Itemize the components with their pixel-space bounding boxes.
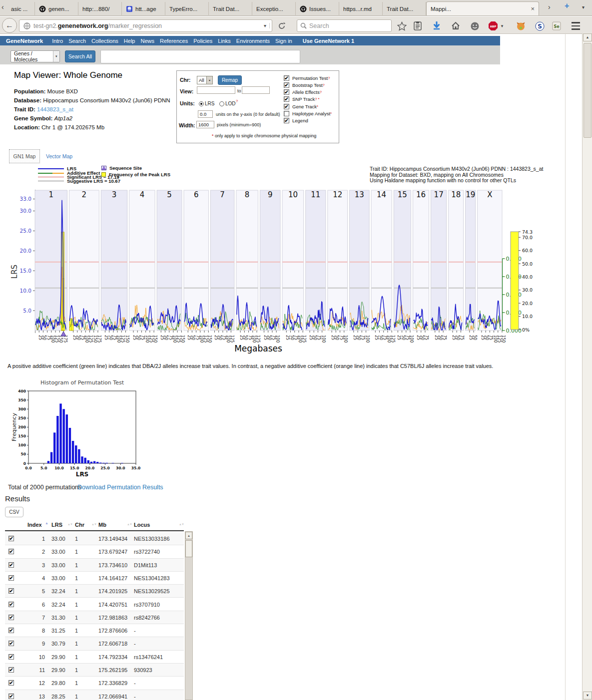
url-dropdown-icon[interactable]: ▾ xyxy=(261,23,270,28)
use-genenetwork1-link[interactable]: Use GeneNetwork 1 xyxy=(303,38,354,44)
column-header-locus[interactable]: Locus xyxy=(134,522,150,528)
gn-nav-item-environments[interactable]: Environments xyxy=(236,38,270,44)
table-row[interactable]: ✔233.001173.679247rs3722740 xyxy=(5,545,184,558)
option-help[interactable]: ? * xyxy=(315,97,319,101)
checkbox[interactable]: ✔ xyxy=(284,75,289,81)
table-row[interactable]: ✔433.001174.164127NES13041283 xyxy=(5,572,184,585)
tab-scroll-right-icon[interactable]: › xyxy=(548,3,551,11)
gn-nav-item-sign-in[interactable]: Sign in xyxy=(275,38,292,44)
gn-nav-item-search[interactable]: Search xyxy=(68,38,86,44)
gn-nav-item-policies[interactable]: Policies xyxy=(193,38,212,44)
page-scrollbar[interactable]: ▲ ▼ xyxy=(582,33,592,700)
row-checkbox[interactable]: ✔ xyxy=(8,615,14,620)
lod-radio[interactable] xyxy=(219,101,224,106)
row-checkbox[interactable]: ✔ xyxy=(8,575,14,581)
browser-tab[interactable]: http:...880/ xyxy=(78,2,122,16)
page-scroll-down-icon[interactable]: ▼ xyxy=(583,692,592,700)
browser-tab[interactable]: genen... xyxy=(35,2,78,16)
column-header-mb[interactable]: Mb xyxy=(98,522,106,528)
checkbox[interactable] xyxy=(284,111,289,116)
sort-icon[interactable]: ▲▼ xyxy=(127,523,132,526)
sort-icon[interactable]: ▲▼ xyxy=(179,523,184,526)
row-checkbox[interactable]: ✔ xyxy=(8,602,14,607)
option-help[interactable]: ? xyxy=(328,76,330,80)
yaxis-units-input[interactable]: 0.0 xyxy=(198,110,213,118)
adblock-caret-icon[interactable]: ▾ xyxy=(499,20,506,32)
row-checkbox[interactable]: ✔ xyxy=(8,549,14,554)
browser-tab[interactable]: https...r.md xyxy=(339,2,383,16)
new-tab-icon[interactable]: + xyxy=(565,1,569,10)
view-from-input[interactable] xyxy=(197,86,235,94)
menu-hamburger-icon[interactable] xyxy=(570,20,582,32)
units-help[interactable]: ? xyxy=(236,99,238,103)
table-scrollbar[interactable]: ▲ xyxy=(185,531,193,700)
tab-scroll-left-icon[interactable]: ‹ xyxy=(1,3,4,11)
column-header-index[interactable]: Index xyxy=(27,522,42,528)
row-checkbox[interactable]: ✔ xyxy=(8,654,14,660)
tab-gn1-map[interactable]: GN1 Map xyxy=(9,149,40,163)
row-checkbox[interactable]: ✔ xyxy=(8,562,14,568)
downloads-icon[interactable] xyxy=(431,20,443,32)
bookmark-star-icon[interactable] xyxy=(396,20,408,32)
reload-icon[interactable] xyxy=(275,19,289,32)
tab-list-icon[interactable]: ▾ xyxy=(582,4,585,10)
row-checkbox[interactable]: ✔ xyxy=(8,667,14,673)
feedback-smiley-icon[interactable] xyxy=(469,20,481,32)
column-header-lrs[interactable]: LRS xyxy=(51,522,62,528)
search-all-button[interactable]: Search All xyxy=(65,50,95,62)
sort-icon[interactable]: ▲ xyxy=(45,521,48,525)
page-scroll-thumb[interactable] xyxy=(584,43,592,138)
table-row[interactable]: ✔1129.901175.262195930923 xyxy=(5,664,184,677)
foxyproxy-icon[interactable] xyxy=(515,20,527,32)
row-checkbox[interactable]: ✔ xyxy=(8,536,14,541)
search-category-select[interactable]: Genes / Molecules ▾ xyxy=(10,50,60,62)
width-input[interactable]: 1600 xyxy=(196,121,214,128)
browser-tab[interactable]: Trait Dat... xyxy=(209,2,252,16)
table-row[interactable]: ✔831.251172.876606- xyxy=(5,624,184,637)
gn-brand[interactable]: GeneNetwork xyxy=(6,38,43,44)
table-scroll-thumb[interactable] xyxy=(185,540,192,557)
bookmarks-sidebar-icon[interactable] xyxy=(412,20,424,32)
browser-tab[interactable]: Issues... xyxy=(296,2,339,16)
table-row[interactable]: ✔133.001173.149434NES13033186 xyxy=(5,532,184,545)
option-help[interactable]: ? xyxy=(323,83,325,87)
gn-nav-item-references[interactable]: References xyxy=(160,38,188,44)
table-row[interactable]: ✔632.241174.420751rs3707910 xyxy=(5,598,184,611)
checkbox[interactable]: ✔ xyxy=(284,118,289,123)
browser-tab[interactable]: TypeErro... xyxy=(165,2,209,16)
table-row[interactable]: ✔1229.801172.336829- xyxy=(5,677,184,690)
option-help[interactable]: * xyxy=(330,111,332,116)
checkbox[interactable]: ✔ xyxy=(284,104,289,109)
browser-tab[interactable]: Trait Dat... xyxy=(383,2,426,16)
table-row[interactable]: ✔930.791172.606718- xyxy=(5,637,184,650)
adblock-plus-icon[interactable]: ABP xyxy=(487,20,499,32)
row-checkbox[interactable]: ✔ xyxy=(8,588,14,594)
browser-search-field[interactable]: Search xyxy=(297,19,392,32)
home-icon[interactable] xyxy=(450,20,462,32)
lrs-radio[interactable] xyxy=(199,101,204,106)
row-checkbox[interactable]: ✔ xyxy=(8,628,14,633)
remap-button[interactable]: Remap xyxy=(218,75,242,85)
option-help[interactable]: * xyxy=(317,104,318,109)
table-row[interactable]: ✔731.301172.981863rs8242766 xyxy=(5,611,184,624)
option-help[interactable]: ? xyxy=(320,90,322,94)
tab-close-icon[interactable]: × xyxy=(526,5,535,12)
url-bar[interactable]: test-gn2.genenetwork.org/marker_regressi… xyxy=(19,19,272,32)
browser-tab[interactable]: htt...age xyxy=(122,2,165,16)
browser-tab[interactable]: asic ... xyxy=(7,2,35,16)
checkbox[interactable]: ✔ xyxy=(284,82,289,88)
row-checkbox[interactable]: ✔ xyxy=(8,680,14,686)
select-caret-icon[interactable]: ▾ xyxy=(53,51,59,62)
browser-tab[interactable]: Mappi...× xyxy=(426,1,539,15)
gn-nav-item-news[interactable]: News xyxy=(140,38,154,44)
column-header-chr[interactable]: Chr xyxy=(75,522,84,528)
chr-select[interactable]: All ▾ xyxy=(197,76,213,84)
tab-vector-map[interactable]: Vector Map xyxy=(46,153,72,159)
gn-nav-item-help[interactable]: Help xyxy=(124,38,135,44)
session-s-icon[interactable]: S xyxy=(534,20,546,32)
table-scroll-up-icon[interactable]: ▲ xyxy=(185,532,192,539)
table-row[interactable]: ✔1328.251172.066941- xyxy=(5,690,184,700)
table-row[interactable]: ✔1029.901174.792334rs13476241 xyxy=(5,651,184,664)
gn-nav-item-intro[interactable]: Intro xyxy=(52,38,63,44)
selenium-ide-icon[interactable]: Se xyxy=(551,20,563,32)
